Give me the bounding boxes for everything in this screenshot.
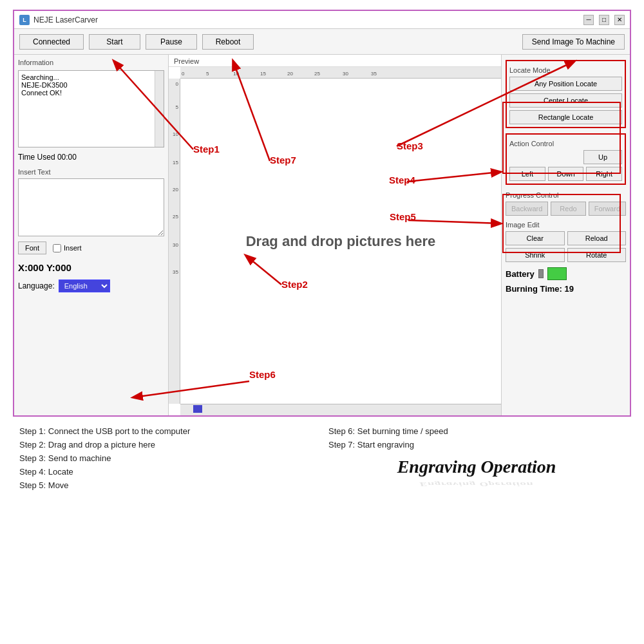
language-label: Language:: [18, 281, 55, 290]
send-image-button[interactable]: Send Image To Machine: [522, 34, 625, 50]
engraving-title: Engraving Operation: [328, 457, 625, 477]
rectangle-locate-button[interactable]: Rectangle Locate: [509, 110, 622, 124]
progress-control-label: Progress Control: [506, 191, 626, 199]
toolbar: Connected Start Pause Reboot Send Image …: [14, 29, 630, 55]
font-row: Font Insert: [18, 242, 164, 254]
time-used: Time Used 00:00: [18, 153, 164, 162]
instructions-col2: Step 6: Set burning time / speed Step 7:…: [328, 424, 625, 492]
locate-mode-label: Locate Mode: [509, 66, 622, 74]
step5-instruction: Step 5: Move: [19, 478, 316, 492]
image-edit-label: Image Edit: [506, 221, 626, 229]
battery-level: [547, 267, 567, 280]
app-icon: L: [19, 15, 30, 25]
step4-instruction: Step 4: Locate: [19, 465, 316, 478]
any-position-button[interactable]: Any Position Locate: [509, 77, 622, 91]
battery-row: Battery: [506, 267, 626, 280]
action-control-label: Action Control: [509, 140, 622, 147]
engraving-title-reflection: Engraving Operation: [328, 481, 625, 486]
image-edit-section: Image Edit Clear Reload Shrink Rotate: [506, 218, 626, 262]
maximize-button[interactable]: □: [599, 15, 609, 25]
scroll-thumb[interactable]: [193, 405, 202, 413]
progress-control-section: Progress Control Backward Redo Forward: [506, 189, 626, 216]
coordinates-display: X:000 Y:000: [18, 262, 164, 273]
locate-mode-box: Locate Mode Any Position Locate Center L…: [506, 60, 626, 128]
step3-instruction: Step 3: Send to machine: [19, 451, 316, 465]
left-button[interactable]: Left: [509, 167, 545, 181]
backward-button[interactable]: Backward: [506, 202, 548, 216]
instructions-grid: Step 1: Connect the USB port to the comp…: [13, 424, 631, 492]
info-label: Information: [18, 59, 164, 66]
canvas-wrapper[interactable]: 0 5 10 15 20 25 30 35 0 5 10 15 20 25: [169, 67, 501, 415]
step1-instruction: Step 1: Connect the USB port to the comp…: [19, 424, 316, 438]
language-select[interactable]: English 中文: [59, 279, 110, 292]
step6-instruction: Step 6: Set burning time / speed: [328, 424, 625, 438]
insert-text-area[interactable]: [18, 178, 164, 236]
battery-label: Battery: [506, 269, 535, 279]
right-button[interactable]: Right: [586, 167, 622, 181]
step7-instruction: Step 7: Start engraving: [328, 438, 625, 451]
clear-button[interactable]: Clear: [506, 231, 565, 245]
right-panel: Locate Mode Any Position Locate Center L…: [501, 55, 630, 415]
redo-button[interactable]: Redo: [551, 202, 585, 216]
info-scrollbar[interactable]: [155, 71, 164, 147]
instructions-col1: Step 1: Connect the USB port to the comp…: [19, 424, 316, 492]
title-bar: L NEJE LaserCarver ─ □ ✕: [14, 11, 630, 29]
preview-label: Preview: [169, 55, 501, 67]
minimize-button[interactable]: ─: [583, 15, 594, 25]
language-row: Language: English 中文: [18, 279, 164, 292]
preview-area: Preview 0 5 10 15 20 25 30 35 0 5 10: [169, 55, 501, 415]
drag-drop-text: Drag and drop pictures here: [246, 233, 436, 250]
reboot-button[interactable]: Reboot: [202, 34, 254, 50]
close-button[interactable]: ✕: [614, 15, 625, 25]
insert-check: Insert: [53, 244, 82, 252]
center-locate-button[interactable]: Center Locate: [509, 93, 622, 108]
battery-icon: [538, 269, 544, 278]
insert-text-label: Insert Text: [18, 168, 164, 176]
up-button[interactable]: Up: [583, 150, 622, 164]
shrink-button[interactable]: Shrink: [506, 248, 565, 262]
step2-instruction: Step 2: Drag and drop a picture here: [19, 438, 316, 451]
ruler-bottom: [180, 404, 501, 415]
start-button[interactable]: Start: [89, 34, 140, 50]
ruler-left: 0 5 10 15 20 25 30 35: [169, 79, 180, 404]
forward-button[interactable]: Forward: [589, 202, 626, 216]
rotate-button[interactable]: Rotate: [567, 248, 627, 262]
burning-time: Burning Time: 19: [506, 284, 626, 294]
window-controls: ─ □ ✕: [583, 15, 625, 25]
insert-label: Insert: [64, 244, 82, 252]
insert-checkbox[interactable]: [53, 244, 61, 252]
app-window: L NEJE LaserCarver ─ □ ✕ Connected Start…: [13, 10, 631, 417]
reload-button[interactable]: Reload: [567, 231, 627, 245]
window-title: NEJE LaserCarver: [33, 15, 583, 24]
ruler-top: 0 5 10 15 20 25 30 35: [180, 67, 501, 79]
main-area: Information Searching... NEJE-DK3500 Con…: [14, 55, 630, 415]
info-text: Searching... NEJE-DK3500 Connect OK!: [21, 73, 161, 97]
down-button[interactable]: Down: [548, 167, 584, 181]
action-control-box: Action Control Up Left Down Right: [506, 133, 626, 185]
info-box: Searching... NEJE-DK3500 Connect OK!: [18, 70, 164, 147]
connected-button[interactable]: Connected: [19, 34, 84, 50]
left-panel: Information Searching... NEJE-DK3500 Con…: [14, 55, 169, 415]
font-button[interactable]: Font: [18, 242, 46, 254]
pause-button[interactable]: Pause: [146, 34, 197, 50]
canvas-drop-zone[interactable]: Drag and drop pictures here: [180, 79, 501, 404]
